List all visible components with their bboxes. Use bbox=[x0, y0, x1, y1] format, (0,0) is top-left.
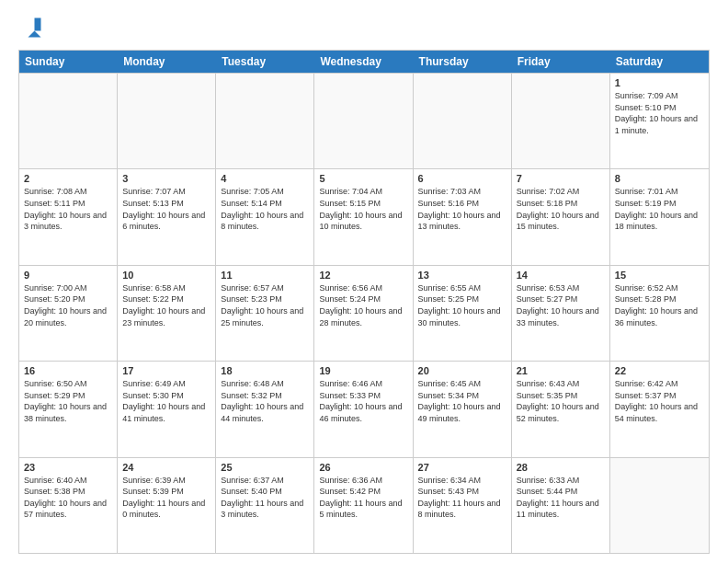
day-info: Sunrise: 7:00 AM Sunset: 5:20 PM Dayligh… bbox=[24, 282, 112, 328]
day-number: 6 bbox=[418, 173, 506, 184]
day-number: 22 bbox=[615, 365, 704, 376]
day-cell-27: 27Sunrise: 6:34 AM Sunset: 5:43 PM Dayli… bbox=[414, 458, 512, 553]
day-cell-2: 2Sunrise: 7:08 AM Sunset: 5:11 PM Daylig… bbox=[19, 169, 118, 264]
day-cell-13: 13Sunrise: 6:55 AM Sunset: 5:25 PM Dayli… bbox=[414, 266, 512, 361]
day-info: Sunrise: 7:04 AM Sunset: 5:15 PM Dayligh… bbox=[319, 186, 407, 232]
day-info: Sunrise: 6:33 AM Sunset: 5:44 PM Dayligh… bbox=[517, 475, 605, 521]
day-number: 24 bbox=[122, 462, 210, 473]
day-info: Sunrise: 6:46 AM Sunset: 5:33 PM Dayligh… bbox=[319, 378, 407, 424]
day-info: Sunrise: 6:39 AM Sunset: 5:39 PM Dayligh… bbox=[122, 475, 210, 521]
day-number: 12 bbox=[319, 270, 407, 281]
day-info: Sunrise: 6:58 AM Sunset: 5:22 PM Dayligh… bbox=[122, 282, 210, 328]
week-row-4: 16Sunrise: 6:50 AM Sunset: 5:29 PM Dayli… bbox=[19, 361, 709, 456]
calendar: SundayMondayTuesdayWednesdayThursdayFrid… bbox=[18, 50, 710, 554]
day-number: 26 bbox=[319, 462, 407, 473]
day-cell-14: 14Sunrise: 6:53 AM Sunset: 5:27 PM Dayli… bbox=[512, 266, 610, 361]
day-number: 8 bbox=[615, 173, 704, 184]
day-cell-8: 8Sunrise: 7:01 AM Sunset: 5:19 PM Daylig… bbox=[610, 169, 709, 264]
day-info: Sunrise: 6:48 AM Sunset: 5:32 PM Dayligh… bbox=[221, 378, 309, 424]
day-cell-16: 16Sunrise: 6:50 AM Sunset: 5:29 PM Dayli… bbox=[19, 362, 118, 456]
empty-cell bbox=[414, 74, 512, 168]
day-cell-10: 10Sunrise: 6:58 AM Sunset: 5:22 PM Dayli… bbox=[118, 266, 216, 361]
day-info: Sunrise: 6:36 AM Sunset: 5:42 PM Dayligh… bbox=[319, 475, 407, 521]
day-info: Sunrise: 7:07 AM Sunset: 5:13 PM Dayligh… bbox=[122, 186, 210, 232]
calendar-header: SundayMondayTuesdayWednesdayThursdayFrid… bbox=[19, 51, 709, 73]
day-info: Sunrise: 6:56 AM Sunset: 5:24 PM Dayligh… bbox=[319, 282, 407, 328]
svg-marker-0 bbox=[35, 18, 41, 31]
day-number: 16 bbox=[24, 365, 112, 376]
day-cell-18: 18Sunrise: 6:48 AM Sunset: 5:32 PM Dayli… bbox=[216, 362, 314, 456]
day-info: Sunrise: 6:55 AM Sunset: 5:25 PM Dayligh… bbox=[418, 282, 506, 328]
day-number: 5 bbox=[319, 173, 407, 184]
day-info: Sunrise: 6:43 AM Sunset: 5:35 PM Dayligh… bbox=[517, 378, 605, 424]
day-info: Sunrise: 6:42 AM Sunset: 5:37 PM Dayligh… bbox=[615, 378, 704, 424]
logo bbox=[18, 15, 48, 40]
day-info: Sunrise: 6:40 AM Sunset: 5:38 PM Dayligh… bbox=[24, 475, 112, 521]
day-number: 3 bbox=[122, 173, 210, 184]
day-cell-5: 5Sunrise: 7:04 AM Sunset: 5:15 PM Daylig… bbox=[314, 169, 413, 264]
week-row-1: 1Sunrise: 7:09 AM Sunset: 5:10 PM Daylig… bbox=[19, 73, 709, 168]
day-number: 23 bbox=[24, 462, 112, 473]
day-info: Sunrise: 6:37 AM Sunset: 5:40 PM Dayligh… bbox=[221, 475, 309, 521]
day-cell-1: 1Sunrise: 7:09 AM Sunset: 5:10 PM Daylig… bbox=[610, 74, 709, 168]
day-number: 4 bbox=[221, 173, 309, 184]
day-cell-9: 9Sunrise: 7:00 AM Sunset: 5:20 PM Daylig… bbox=[19, 266, 118, 361]
day-info: Sunrise: 6:34 AM Sunset: 5:43 PM Dayligh… bbox=[418, 475, 506, 521]
day-cell-22: 22Sunrise: 6:42 AM Sunset: 5:37 PM Dayli… bbox=[610, 362, 709, 456]
day-number: 15 bbox=[615, 270, 704, 281]
week-row-5: 23Sunrise: 6:40 AM Sunset: 5:38 PM Dayli… bbox=[19, 457, 709, 553]
header-day-monday: Monday bbox=[118, 51, 216, 73]
day-info: Sunrise: 6:52 AM Sunset: 5:28 PM Dayligh… bbox=[615, 282, 704, 328]
empty-cell bbox=[512, 74, 610, 168]
day-cell-4: 4Sunrise: 7:05 AM Sunset: 5:14 PM Daylig… bbox=[216, 169, 314, 264]
day-info: Sunrise: 7:01 AM Sunset: 5:19 PM Dayligh… bbox=[615, 186, 704, 232]
day-cell-17: 17Sunrise: 6:49 AM Sunset: 5:30 PM Dayli… bbox=[118, 362, 216, 456]
header-day-friday: Friday bbox=[512, 51, 610, 73]
svg-marker-1 bbox=[28, 31, 41, 38]
page: SundayMondayTuesdayWednesdayThursdayFrid… bbox=[0, 0, 728, 563]
day-info: Sunrise: 7:05 AM Sunset: 5:14 PM Dayligh… bbox=[221, 186, 309, 232]
day-number: 10 bbox=[122, 270, 210, 281]
day-number: 9 bbox=[24, 270, 112, 281]
day-number: 2 bbox=[24, 173, 112, 184]
day-info: Sunrise: 6:57 AM Sunset: 5:23 PM Dayligh… bbox=[221, 282, 309, 328]
day-cell-3: 3Sunrise: 7:07 AM Sunset: 5:13 PM Daylig… bbox=[118, 169, 216, 264]
day-number: 20 bbox=[418, 365, 506, 376]
day-cell-20: 20Sunrise: 6:45 AM Sunset: 5:34 PM Dayli… bbox=[414, 362, 512, 456]
day-number: 13 bbox=[418, 270, 506, 281]
logo-icon bbox=[18, 15, 44, 40]
day-cell-7: 7Sunrise: 7:02 AM Sunset: 5:18 PM Daylig… bbox=[512, 169, 610, 264]
day-info: Sunrise: 7:09 AM Sunset: 5:10 PM Dayligh… bbox=[615, 90, 704, 136]
day-number: 17 bbox=[122, 365, 210, 376]
week-row-3: 9Sunrise: 7:00 AM Sunset: 5:20 PM Daylig… bbox=[19, 265, 709, 361]
day-cell-12: 12Sunrise: 6:56 AM Sunset: 5:24 PM Dayli… bbox=[314, 266, 413, 361]
empty-cell bbox=[19, 74, 118, 168]
day-number: 18 bbox=[221, 365, 309, 376]
header-day-sunday: Sunday bbox=[19, 51, 118, 73]
day-info: Sunrise: 7:03 AM Sunset: 5:16 PM Dayligh… bbox=[418, 186, 506, 232]
day-cell-11: 11Sunrise: 6:57 AM Sunset: 5:23 PM Dayli… bbox=[216, 266, 314, 361]
empty-cell bbox=[314, 74, 413, 168]
day-number: 1 bbox=[615, 77, 704, 88]
header-day-saturday: Saturday bbox=[610, 51, 709, 73]
day-cell-25: 25Sunrise: 6:37 AM Sunset: 5:40 PM Dayli… bbox=[216, 458, 314, 553]
day-cell-6: 6Sunrise: 7:03 AM Sunset: 5:16 PM Daylig… bbox=[414, 169, 512, 264]
day-cell-15: 15Sunrise: 6:52 AM Sunset: 5:28 PM Dayli… bbox=[610, 266, 709, 361]
day-cell-26: 26Sunrise: 6:36 AM Sunset: 5:42 PM Dayli… bbox=[314, 458, 413, 553]
day-info: Sunrise: 6:50 AM Sunset: 5:29 PM Dayligh… bbox=[24, 378, 112, 424]
day-number: 19 bbox=[319, 365, 407, 376]
header-day-wednesday: Wednesday bbox=[314, 51, 413, 73]
day-number: 27 bbox=[418, 462, 506, 473]
day-number: 28 bbox=[517, 462, 605, 473]
day-info: Sunrise: 6:49 AM Sunset: 5:30 PM Dayligh… bbox=[122, 378, 210, 424]
empty-cell bbox=[216, 74, 314, 168]
calendar-body: 1Sunrise: 7:09 AM Sunset: 5:10 PM Daylig… bbox=[19, 73, 709, 553]
day-number: 14 bbox=[517, 270, 605, 281]
empty-cell bbox=[610, 458, 709, 553]
day-number: 11 bbox=[221, 270, 309, 281]
day-info: Sunrise: 7:02 AM Sunset: 5:18 PM Dayligh… bbox=[517, 186, 605, 232]
day-cell-24: 24Sunrise: 6:39 AM Sunset: 5:39 PM Dayli… bbox=[118, 458, 216, 553]
day-number: 21 bbox=[517, 365, 605, 376]
day-number: 25 bbox=[221, 462, 309, 473]
week-row-2: 2Sunrise: 7:08 AM Sunset: 5:11 PM Daylig… bbox=[19, 168, 709, 264]
